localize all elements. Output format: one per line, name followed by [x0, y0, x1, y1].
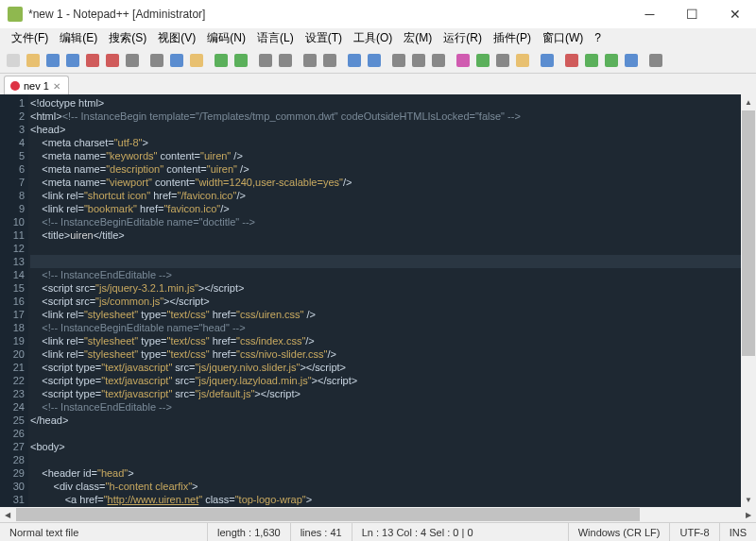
code-line[interactable] — [30, 242, 756, 255]
zoom-out-icon[interactable] — [320, 51, 339, 70]
zoom-in-icon[interactable] — [301, 51, 319, 70]
code-line[interactable]: <!doctype html> — [30, 96, 756, 110]
code-line[interactable]: <meta name="keywords" content="uiren" /> — [30, 149, 756, 162]
undo-icon[interactable] — [212, 51, 231, 70]
record-icon[interactable] — [562, 51, 581, 70]
minimize-button[interactable]: ─ — [628, 0, 671, 28]
tab-close-icon[interactable]: ✕ — [53, 81, 62, 91]
code-line[interactable]: <link rel="shortcut icon" href="/favicon… — [30, 189, 756, 202]
replace-icon[interactable] — [276, 51, 295, 70]
menu-item[interactable]: 宏(M) — [398, 28, 438, 48]
status-filetype: Normal text file — [0, 523, 208, 541]
code-line[interactable]: <!-- InstanceEndEditable --> — [30, 268, 756, 281]
copy-icon[interactable] — [167, 51, 186, 70]
status-eol: Windows (CR LF) — [569, 523, 671, 541]
code-line[interactable]: <html><!-- InstanceBegin template="/Temp… — [30, 110, 756, 123]
cut-icon[interactable] — [147, 51, 166, 70]
scroll-left-icon[interactable]: ◀ — [0, 507, 15, 522]
new-file-icon[interactable] — [4, 51, 23, 70]
scroll-thumb[interactable] — [742, 110, 755, 356]
code-line[interactable]: <meta name="description" content="uiren"… — [30, 162, 756, 176]
horizontal-scrollbar[interactable]: ◀ ▶ — [0, 507, 756, 522]
indent-guide-icon[interactable] — [429, 51, 448, 70]
code-line[interactable]: <!-- InstanceEndEditable --> — [30, 400, 756, 414]
status-length: length : 1,630 — [208, 523, 291, 541]
scroll-up-icon[interactable]: ▲ — [741, 94, 756, 110]
save-all-icon[interactable] — [63, 51, 82, 70]
menu-item[interactable]: 语言(L) — [251, 28, 300, 48]
code-line[interactable]: <!-- InstanceBeginEditable name="head" -… — [30, 321, 756, 334]
maximize-button[interactable]: ☐ — [671, 0, 713, 28]
code-line[interactable]: <script type="text/javascript" src="js/j… — [30, 374, 756, 387]
print-icon[interactable] — [123, 51, 142, 70]
menu-item[interactable]: 运行(R) — [438, 28, 488, 48]
menu-item[interactable]: 插件(P) — [488, 28, 537, 48]
code-line[interactable]: <body> — [30, 440, 756, 453]
code-line[interactable]: <title>uiren</title> — [30, 228, 756, 242]
paste-icon[interactable] — [187, 51, 206, 70]
menu-item[interactable]: 文件(F) — [6, 28, 54, 48]
status-encoding: UTF-8 — [670, 523, 719, 541]
scroll-thumb-h[interactable] — [16, 508, 640, 521]
code-line[interactable]: <script type="text/javascript" src="js/d… — [30, 387, 756, 400]
code-line[interactable]: <div class="h-content clearfix"> — [30, 480, 756, 493]
open-file-icon[interactable] — [24, 51, 43, 70]
save-macro-icon[interactable] — [622, 51, 641, 70]
code-line[interactable] — [30, 255, 756, 268]
save-icon[interactable] — [43, 51, 62, 70]
code-line[interactable]: <link rel="stylesheet" type="text/css" h… — [30, 308, 756, 321]
code-line[interactable]: <link rel="bookmark" href="favicon.ico"/… — [30, 202, 756, 215]
code-line[interactable]: <a href="http://www.uiren.net" class="to… — [30, 493, 756, 506]
code-line[interactable]: <script src="js/jquery-3.2.1.min.js"></s… — [30, 281, 756, 295]
redo-icon[interactable] — [232, 51, 250, 70]
code-content[interactable]: <!doctype html><html><!-- InstanceBegin … — [28, 94, 756, 522]
wordwrap-icon[interactable] — [389, 51, 408, 70]
func-list-icon[interactable] — [493, 51, 512, 70]
code-line[interactable]: <link rel="stylesheet" type="text/css" h… — [30, 334, 756, 347]
menu-item[interactable]: 编辑(E) — [54, 28, 103, 48]
play-icon[interactable] — [582, 51, 601, 70]
all-chars-icon[interactable] — [409, 51, 428, 70]
code-line[interactable]: <header id="head"> — [30, 466, 756, 480]
menu-item[interactable]: ? — [589, 29, 607, 46]
code-line[interactable]: <head> — [30, 123, 756, 136]
code-line[interactable]: </head> — [30, 414, 756, 427]
code-line[interactable]: <meta charset="utf-8"> — [30, 136, 756, 149]
menu-item[interactable]: 设置(T) — [300, 28, 348, 48]
title-bar: *new 1 - Notepad++ [Administrator] ─ ☐ ✕ — [0, 0, 756, 28]
menu-item[interactable]: 视图(V) — [152, 28, 201, 48]
code-line[interactable]: <script type="text/javascript" src="js/j… — [30, 361, 756, 374]
spellcheck-icon[interactable] — [646, 51, 665, 70]
code-line[interactable]: <!-- InstanceBeginEditable name="doctitl… — [30, 215, 756, 228]
find-icon[interactable] — [256, 51, 275, 70]
menu-item[interactable]: 编码(N) — [201, 28, 251, 48]
folder-icon[interactable] — [513, 51, 532, 70]
menu-item[interactable]: 搜索(S) — [103, 28, 152, 48]
menu-item[interactable]: 工具(O) — [348, 28, 398, 48]
doc-map-icon[interactable] — [473, 51, 492, 70]
scroll-right-icon[interactable]: ▶ — [741, 507, 756, 522]
code-line[interactable]: <link rel="stylesheet" type="text/css" h… — [30, 347, 756, 361]
close-button[interactable]: ✕ — [713, 0, 756, 28]
menu-item[interactable]: 窗口(W) — [537, 28, 589, 48]
sync-h-icon[interactable] — [365, 51, 384, 70]
close-icon[interactable] — [83, 51, 102, 70]
play-multi-icon[interactable] — [602, 51, 621, 70]
sync-v-icon[interactable] — [345, 51, 364, 70]
scroll-down-icon[interactable]: ▼ — [741, 492, 756, 507]
code-line[interactable]: <meta name="viewport" content="width=124… — [30, 176, 756, 189]
status-bar: Normal text file length : 1,630 lines : … — [0, 522, 756, 541]
monitor-icon[interactable] — [538, 51, 557, 70]
code-line[interactable] — [30, 453, 756, 466]
file-tab[interactable]: nev 1 ✕ — [4, 76, 69, 94]
code-line[interactable]: <script src="js/common.js"></script> — [30, 295, 756, 308]
toolbar — [0, 47, 756, 74]
line-gutter: 1234567891011121314151617181920212223242… — [0, 94, 28, 522]
lang-icon[interactable] — [454, 51, 472, 70]
close-all-icon[interactable] — [103, 51, 122, 70]
modified-icon — [10, 81, 20, 91]
vertical-scrollbar[interactable]: ▲ ▼ — [741, 94, 756, 507]
app-icon — [8, 7, 23, 22]
code-line[interactable] — [30, 427, 756, 440]
editor[interactable]: 1234567891011121314151617181920212223242… — [0, 94, 756, 522]
